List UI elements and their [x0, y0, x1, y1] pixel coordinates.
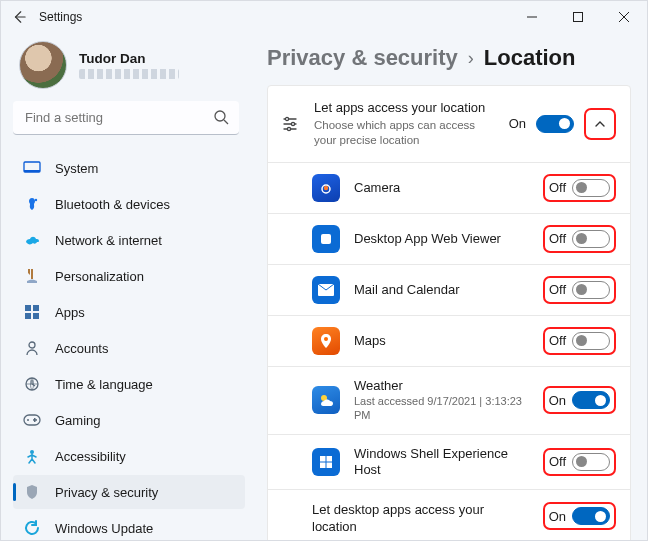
weather-icon: [312, 386, 340, 414]
sidebar-item-label: System: [55, 161, 98, 176]
app-row: Mail and CalendarOff: [268, 264, 630, 315]
nav-icon: [23, 411, 41, 429]
header-toggle-state: On: [509, 116, 526, 131]
sidebar-item-gaming[interactable]: Gaming: [13, 403, 245, 437]
app-name: Camera: [354, 180, 529, 196]
sidebar-item-accessibility[interactable]: Accessibility: [13, 439, 245, 473]
minimize-button[interactable]: [509, 1, 555, 33]
search-icon: [213, 109, 229, 125]
sidebar-item-accounts[interactable]: Accounts: [13, 331, 245, 365]
svg-rect-30: [321, 234, 331, 244]
breadcrumb-parent[interactable]: Privacy & security: [267, 45, 458, 71]
window-controls: [509, 1, 647, 33]
svg-point-14: [29, 342, 35, 348]
svg-rect-10: [25, 305, 31, 311]
app-rows: CameraOffDesktop App Web ViewerOffMail a…: [268, 162, 630, 489]
svg-point-26: [287, 127, 290, 130]
svg-point-32: [324, 337, 328, 341]
svg-point-24: [291, 122, 294, 125]
app-toggle-state: Off: [549, 231, 566, 246]
mail-icon: [312, 276, 340, 304]
svg-rect-16: [24, 415, 40, 425]
svg-line-5: [224, 120, 228, 124]
svg-rect-9: [31, 269, 33, 279]
search-box: [13, 101, 239, 135]
highlight: Off: [543, 174, 616, 202]
maximize-button[interactable]: [555, 1, 601, 33]
svg-rect-36: [320, 462, 326, 468]
svg-point-4: [215, 111, 225, 121]
app-row: CameraOff: [268, 162, 630, 213]
highlight: Off: [543, 448, 616, 476]
sidebar-item-personalization[interactable]: Personalization: [13, 259, 245, 293]
sliders-icon: [280, 115, 300, 133]
app-toggle-state: Off: [549, 333, 566, 348]
titlebar: Settings: [1, 1, 647, 33]
app-subtext: Last accessed 9/17/2021 | 3:13:23 PM: [354, 395, 529, 423]
highlight: Off: [543, 327, 616, 355]
app-toggle[interactable]: [572, 391, 610, 409]
svg-rect-34: [320, 456, 326, 462]
main-content: Privacy & security › Location Let a: [249, 33, 647, 540]
sidebar-item-label: Gaming: [55, 413, 101, 428]
desktop-apps-section: Let desktop apps access your location De…: [268, 489, 630, 540]
sidebar-item-time-language[interactable]: Time & language: [13, 367, 245, 401]
desktop-section-title: Let desktop apps access your location: [312, 502, 529, 536]
sidebar-item-label: Time & language: [55, 377, 153, 392]
svg-rect-11: [33, 305, 39, 311]
sidebar-item-label: Windows Update: [55, 521, 153, 536]
sidebar-item-windows-update[interactable]: Windows Update: [13, 511, 245, 540]
app-toggle[interactable]: [572, 230, 610, 248]
location-apps-card: Let apps access your location Choose whi…: [267, 85, 631, 540]
header-title: Let apps access your location: [314, 100, 495, 117]
svg-point-22: [285, 117, 288, 120]
app-name: Windows Shell Experience Host: [354, 446, 529, 479]
card-header: Let apps access your location Choose whi…: [268, 86, 630, 162]
svg-rect-13: [33, 313, 39, 319]
app-name: Mail and Calendar: [354, 282, 529, 298]
nav-icon: [23, 375, 41, 393]
app-name: Maps: [354, 333, 529, 349]
sidebar-item-label: Privacy & security: [55, 485, 158, 500]
nav-icon: [23, 231, 41, 249]
settings-window: Settings Tudor Dan SystemBl: [0, 0, 648, 541]
search-input[interactable]: [13, 101, 239, 135]
svg-rect-35: [327, 456, 333, 462]
sidebar-item-label: Bluetooth & devices: [55, 197, 170, 212]
avatar: [19, 41, 67, 89]
breadcrumb: Privacy & security › Location: [267, 45, 631, 71]
sidebar-item-privacy-security[interactable]: Privacy & security: [13, 475, 245, 509]
nav-icon: [23, 339, 41, 357]
header-toggle[interactable]: [536, 115, 574, 133]
svg-point-17: [27, 419, 29, 421]
collapse-button[interactable]: [587, 111, 613, 137]
sidebar-item-apps[interactable]: Apps: [13, 295, 245, 329]
back-button[interactable]: [11, 9, 27, 25]
highlight: Off: [543, 225, 616, 253]
close-button[interactable]: [601, 1, 647, 33]
sidebar-item-bluetooth-devices[interactable]: Bluetooth & devices: [13, 187, 245, 221]
dv-icon: [312, 225, 340, 253]
shell-icon: [312, 448, 340, 476]
chevron-right-icon: ›: [468, 48, 474, 69]
nav-icon: [23, 483, 41, 501]
app-toggle-state: Off: [549, 180, 566, 195]
highlight: On: [543, 502, 616, 530]
sidebar-item-label: Apps: [55, 305, 85, 320]
sidebar-item-system[interactable]: System: [13, 151, 245, 185]
highlight: [584, 108, 616, 140]
profile-name: Tudor Dan: [79, 51, 179, 66]
svg-rect-19: [33, 419, 37, 421]
body: Tudor Dan SystemBluetooth & devicesNetwo…: [1, 33, 647, 540]
breadcrumb-current: Location: [484, 45, 576, 71]
app-toggle[interactable]: [572, 179, 610, 197]
app-toggle[interactable]: [572, 332, 610, 350]
svg-rect-7: [24, 170, 40, 172]
sidebar-item-network-internet[interactable]: Network & internet: [13, 223, 245, 257]
sidebar: Tudor Dan SystemBluetooth & devicesNetwo…: [1, 33, 249, 540]
app-toggle[interactable]: [572, 281, 610, 299]
desktop-toggle[interactable]: [572, 507, 610, 525]
app-toggle-state: On: [549, 393, 566, 408]
profile[interactable]: Tudor Dan: [13, 39, 245, 101]
app-toggle[interactable]: [572, 453, 610, 471]
